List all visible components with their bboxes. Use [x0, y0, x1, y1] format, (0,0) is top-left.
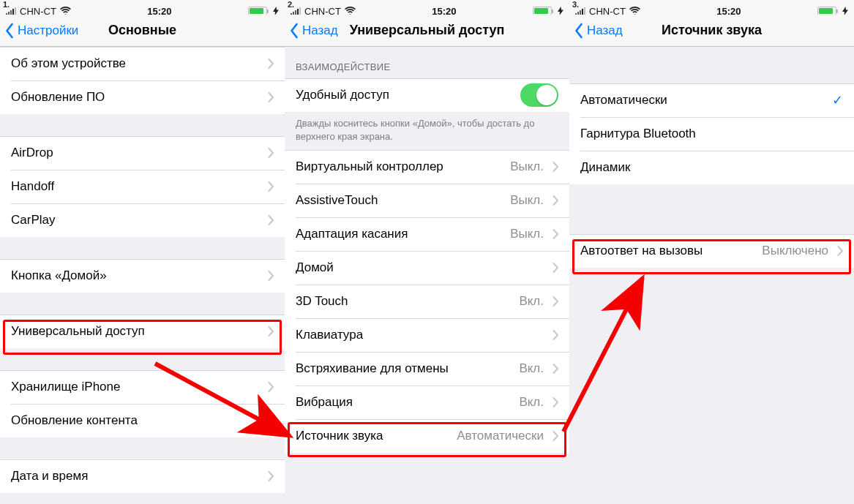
list-item[interactable]: Домой	[285, 251, 569, 285]
chevron-right-icon	[553, 397, 558, 407]
list-item[interactable]: CarPlay	[0, 203, 285, 237]
section-gap	[0, 348, 285, 370]
cell-group: Автоответ на вызовыВыключено	[569, 234, 854, 268]
back-button[interactable]: Настройки	[0, 23, 78, 39]
cell-value: Автоматически	[457, 429, 544, 443]
back-label: Настройки	[18, 23, 78, 38]
cell-value: Вкл.	[519, 395, 544, 410]
list-item[interactable]: Виртуальный контроллерВыкл.	[285, 150, 569, 184]
chevron-right-icon	[268, 382, 274, 392]
cell-group: Дата и время	[0, 459, 285, 493]
cell-label: Вибрация	[296, 395, 519, 410]
nav-bar: Назад Источник звука	[569, 15, 854, 47]
cell-label: Адаптация касания	[296, 227, 510, 241]
chevron-right-icon	[553, 431, 558, 441]
back-label: Назад	[587, 23, 623, 38]
chevron-right-icon	[553, 364, 558, 374]
section-gap	[0, 437, 285, 459]
cell-label: Домой	[296, 260, 548, 275]
chevron-right-icon	[553, 162, 558, 172]
list-item[interactable]: Встряхивание для отменыВкл.	[285, 352, 569, 385]
list-item[interactable]: Обновление контента	[0, 404, 285, 437]
step-num-3: 3.	[572, 0, 579, 9]
cell-label: Виртуальный контроллер	[296, 159, 510, 174]
chevron-right-icon	[268, 215, 274, 225]
tutorial-wrap: 1. CHN-CT 15:20 Настройки Основные Об эт…	[0, 0, 854, 504]
section-gap	[0, 237, 285, 259]
list-item[interactable]: Хранилище iPhone	[0, 370, 285, 404]
cell-label: Клавиатура	[296, 328, 548, 342]
cell-group: Автоматически✓Гарнитура BluetoothДинамик	[569, 83, 854, 184]
chevron-right-icon	[268, 181, 274, 192]
chevron-left-icon	[4, 23, 14, 39]
cell-label: Handoff	[11, 179, 263, 194]
cell-label: Универсальный доступ	[11, 324, 263, 339]
cell-group: Удобный доступ	[285, 78, 569, 112]
settings-list: ВЗАИМОДЕЙСТВИЕУдобный доступДважды косни…	[285, 47, 569, 453]
section-gap	[0, 114, 285, 136]
list-item[interactable]: Адаптация касанияВыкл.	[285, 217, 569, 251]
chevron-left-icon	[574, 23, 583, 39]
cell-label: Автоответ на вызовы	[580, 244, 762, 258]
chevron-right-icon	[553, 263, 558, 273]
step-num-1: 1.	[3, 0, 10, 9]
list-item[interactable]: AirDrop	[0, 136, 285, 170]
cell-group: Виртуальный контроллерВыкл.AssistiveTouc…	[285, 150, 569, 453]
cell-group: Хранилище iPhoneОбновление контента	[0, 370, 285, 437]
checkmark-icon: ✓	[832, 92, 843, 108]
chevron-right-icon	[268, 326, 274, 336]
cell-label: Хранилище iPhone	[11, 380, 263, 394]
list-item[interactable]: Клавиатура	[285, 318, 569, 352]
step-num-2: 2.	[288, 0, 294, 9]
list-item[interactable]: Дата и время	[0, 459, 285, 493]
nav-bar: Назад Универсальный доступ	[285, 15, 569, 47]
cell-label: CarPlay	[11, 213, 263, 227]
section-footer: Дважды коснитесь кнопки «Домой», чтобы д…	[285, 112, 569, 150]
cell-value: Вкл.	[519, 294, 544, 309]
list-item[interactable]: Handoff	[0, 170, 285, 203]
cell-value: Выкл.	[510, 227, 544, 241]
list-item[interactable]: Гарнитура Bluetooth	[569, 117, 854, 151]
cell-label: Об этом устройстве	[11, 56, 263, 71]
cell-value: Выкл.	[510, 159, 544, 174]
list-item[interactable]: Автоответ на вызовыВыключено	[569, 234, 854, 268]
back-label: Назад	[302, 23, 338, 38]
screen-2: 2. CHN-CT 15:20 Назад Универсальный дост…	[285, 0, 569, 504]
list-item[interactable]: Кнопка «Домой»	[0, 259, 285, 293]
chevron-right-icon	[268, 59, 274, 69]
screen-3: 3. CHN-CT 15:20 Назад Источник звука Авт…	[569, 0, 854, 504]
settings-list: Об этом устройствеОбновление ПОAirDropHa…	[0, 47, 285, 493]
list-item[interactable]: 3D TouchВкл.	[285, 285, 569, 318]
chevron-right-icon	[553, 195, 558, 206]
cell-value: Вкл.	[519, 361, 544, 376]
settings-list: Автоматически✓Гарнитура BluetoothДинамик…	[569, 47, 854, 268]
cell-label: Дата и время	[11, 469, 263, 484]
list-item[interactable]: Об этом устройстве	[0, 47, 285, 80]
section-gap	[569, 184, 854, 234]
list-item[interactable]: Обновление ПО	[0, 80, 285, 114]
cell-group: Об этом устройствеОбновление ПО	[0, 47, 285, 114]
cell-label: Встряхивание для отмены	[296, 361, 519, 376]
toggle-switch[interactable]	[520, 83, 558, 107]
list-item[interactable]: AssistiveTouchВыкл.	[285, 184, 569, 217]
back-button[interactable]: Назад	[285, 23, 338, 39]
cell-label: Автоматически	[580, 93, 832, 108]
list-item[interactable]: ВибрацияВкл.	[285, 385, 569, 419]
cell-group: AirDropHandoffCarPlay	[0, 136, 285, 237]
cell-group: Кнопка «Домой»	[0, 259, 285, 293]
back-button[interactable]: Назад	[569, 23, 623, 39]
cell-label: Удобный доступ	[296, 88, 520, 102]
status-bar: CHN-CT 15:20	[569, 0, 854, 15]
list-item[interactable]: Динамик	[569, 151, 854, 184]
list-item[interactable]: Источник звукаАвтоматически	[285, 419, 569, 453]
chevron-right-icon	[268, 471, 274, 481]
chevron-right-icon	[553, 296, 558, 306]
cell-value: Выкл.	[510, 193, 544, 208]
list-item[interactable]: Удобный доступ	[285, 78, 569, 112]
list-item[interactable]: Универсальный доступ	[0, 315, 285, 348]
list-item[interactable]: Автоматически✓	[569, 83, 854, 117]
cell-label: Кнопка «Домой»	[11, 268, 263, 283]
chevron-left-icon	[289, 23, 299, 39]
chevron-right-icon	[837, 246, 843, 256]
section-gap	[0, 293, 285, 315]
